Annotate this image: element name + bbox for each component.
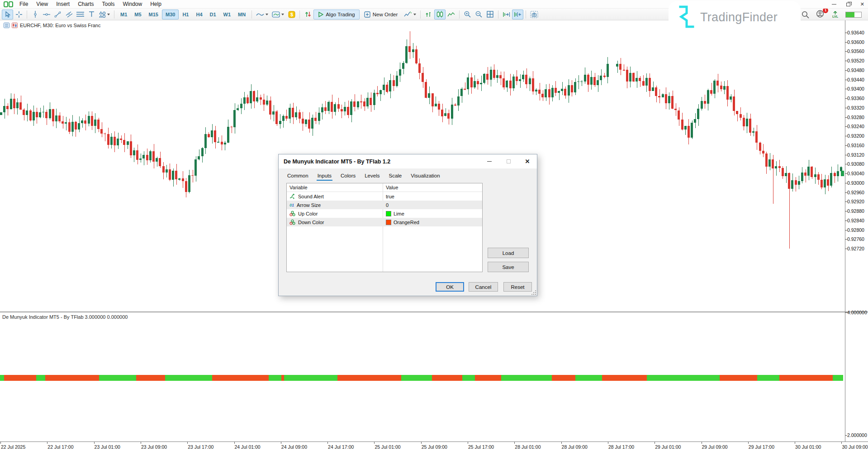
window-minimize-button[interactable]: [832, 4, 836, 5]
param-value-cell[interactable]: Lime: [383, 209, 482, 218]
depth-of-market-button[interactable]: [302, 10, 313, 19]
dialog-close-button[interactable]: ✕: [518, 154, 537, 168]
timeframe-h4[interactable]: H4: [192, 10, 206, 19]
table-header-row: VariableValue: [287, 183, 482, 192]
tab-levels[interactable]: Levels: [361, 172, 383, 181]
histogram-segment-lime: [269, 375, 281, 381]
horizontal-line-tool-button[interactable]: [41, 10, 52, 19]
timeframe-d1[interactable]: D1: [206, 10, 220, 19]
param-row-arrow-size[interactable]: 01Arrow Size0: [287, 201, 482, 209]
param-value-cell[interactable]: OrangeRed: [383, 218, 482, 226]
inputs-table[interactable]: VariableValueSound Alerttrue01Arrow Size…: [286, 183, 483, 272]
tab-visualization[interactable]: Visualization: [408, 172, 443, 181]
user-account-button[interactable]: 1: [816, 10, 825, 19]
deposit-button[interactable]: $: [286, 10, 297, 19]
level-button[interactable]: LVL: [832, 11, 838, 18]
menu-insert[interactable]: Insert: [52, 0, 74, 8]
dialog-title-bar[interactable]: De Munyuk Indicator MT5 - By TFlab 1.2 ✕: [279, 154, 537, 168]
timeframe-m5[interactable]: M5: [131, 10, 145, 19]
param-value-cell[interactable]: true: [383, 192, 482, 201]
cursor-tool-button[interactable]: [2, 10, 13, 19]
dialog-maximize-button[interactable]: [499, 154, 518, 168]
time-axis-label: 24 Jul 09:00: [281, 444, 307, 450]
timeframe-m30[interactable]: M30: [162, 10, 179, 19]
screenshot-button[interactable]: [528, 10, 540, 19]
timeframe-m15[interactable]: M15: [145, 10, 162, 19]
candle-body: [136, 150, 138, 160]
crosshair-tool-button[interactable]: [13, 10, 24, 19]
zoom-in-button[interactable]: [462, 10, 473, 19]
tab-scale[interactable]: Scale: [385, 172, 405, 181]
new-order-button[interactable]: New Order: [360, 10, 403, 19]
menu-help[interactable]: Help: [146, 0, 166, 8]
vertical-line-tool-button[interactable]: [29, 10, 41, 19]
candle-body: [282, 116, 285, 121]
timeframe-h1[interactable]: H1: [179, 10, 192, 19]
time-axis[interactable]: 22 Jul 202522 Jul 17:0023 Jul 01:0023 Ju…: [0, 441, 868, 451]
zoom-out-button[interactable]: [473, 10, 484, 19]
indicators-list-button[interactable]: [402, 10, 418, 19]
auto-scroll-button[interactable]: [501, 10, 512, 19]
reset-button[interactable]: Reset: [503, 282, 532, 292]
tile-windows-button[interactable]: [484, 10, 496, 19]
search-icon[interactable]: [802, 11, 809, 19]
candle-body: [75, 122, 77, 130]
price-axis-label: 0.93520: [847, 58, 864, 63]
window-close-button[interactable]: ✕: [860, 2, 864, 7]
param-row-sound-alert[interactable]: Sound Alerttrue: [287, 192, 482, 201]
window-restore-button[interactable]: [846, 3, 850, 6]
candle-body: [616, 64, 618, 67]
tab-colors[interactable]: Colors: [337, 172, 359, 181]
load-button[interactable]: Load: [488, 248, 529, 258]
candle-body: [386, 85, 388, 92]
cancel-button[interactable]: Cancel: [469, 282, 498, 292]
timeframe-m1[interactable]: M1: [117, 10, 131, 19]
menu-file[interactable]: File: [15, 0, 32, 8]
menu-view[interactable]: View: [32, 0, 52, 8]
chart-shift-button[interactable]: [512, 10, 523, 19]
candlestick-chart-button[interactable]: [434, 10, 446, 19]
candle-body: [321, 107, 323, 112]
time-tick: [141, 442, 141, 444]
menu-window[interactable]: Window: [119, 0, 147, 8]
timeframe-mn[interactable]: MN: [234, 10, 249, 19]
text-tool-button[interactable]: [86, 10, 97, 19]
param-row-down-color[interactable]: Down ColorOrangeRed: [287, 218, 482, 226]
shapes-tool-button[interactable]: [97, 10, 112, 19]
timeframe-w1[interactable]: W1: [220, 10, 235, 19]
ok-button[interactable]: OK: [436, 282, 464, 292]
candle-body: [172, 171, 174, 180]
menu-charts[interactable]: Charts: [74, 0, 98, 8]
tab-common[interactable]: Common: [284, 172, 312, 181]
tick-levels-button[interactable]: [423, 10, 434, 19]
dialog-minimize-button[interactable]: [480, 154, 499, 168]
candle-body: [509, 81, 512, 88]
candle-body: [441, 110, 443, 116]
price-tick: [845, 155, 847, 155]
indicator-panel[interactable]: De Munyuk Indicator MT5 - By TFlab 3.000…: [0, 312, 843, 441]
chart-list-icon[interactable]: [4, 23, 9, 28]
candle-body: [237, 108, 239, 110]
histogram-segment-orangered: [720, 375, 757, 381]
candle-body: [438, 104, 440, 110]
candle-body: [571, 85, 573, 92]
candle-body: [185, 181, 187, 192]
candle-body: [383, 85, 385, 90]
indicator-window-button[interactable]: [270, 10, 286, 19]
chevron-down-icon: [413, 14, 416, 15]
candle-body: [577, 82, 579, 82]
trendline-tool-button[interactable]: [52, 10, 63, 19]
param-row-up-color[interactable]: Up ColorLime: [287, 209, 482, 218]
candle-body: [626, 70, 628, 82]
fibonacci-tool-button[interactable]: [75, 10, 86, 19]
chart-candle-icon[interactable]: [12, 23, 18, 28]
tab-inputs[interactable]: Inputs: [314, 172, 335, 181]
menu-tools[interactable]: Tools: [98, 0, 119, 8]
line-chart-button[interactable]: [446, 10, 457, 19]
algo-trading-button[interactable]: Algo Trading: [313, 10, 360, 19]
chart-style-button[interactable]: [254, 10, 270, 19]
param-value-cell[interactable]: 0: [383, 201, 482, 209]
save-button[interactable]: Save: [488, 262, 529, 272]
price-tick: [845, 80, 847, 80]
channel-tool-button[interactable]: [63, 10, 75, 19]
